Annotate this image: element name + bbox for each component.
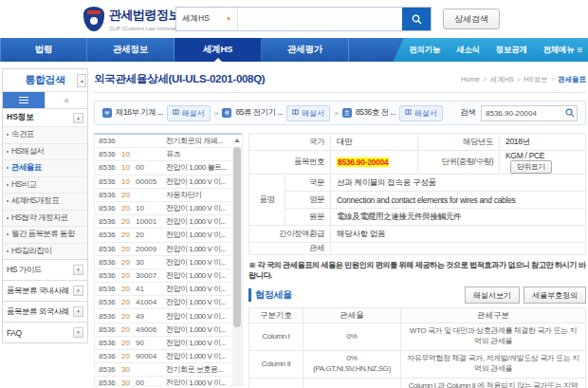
nav-item-법령[interactable]: 법령: [0, 38, 87, 62]
sidebar-item-HS길라잡이[interactable]: HS길라잡이: [3, 243, 87, 260]
hs-code-sub: 20: [121, 258, 136, 267]
nav-secondary: 편의기능새소식정보공개전체메뉴≡: [409, 38, 582, 62]
hs-code-row[interactable]: 85361000005전압이 1,000 V 이...: [95, 176, 231, 189]
search-icon: [412, 14, 422, 25]
manual-button[interactable]: 해설서: [167, 105, 211, 121]
sidebar-tab-list[interactable]: [3, 92, 46, 108]
sidebar-item-HS비교[interactable]: HS비교: [3, 176, 87, 194]
hs-code-stat: 20009: [136, 245, 166, 253]
advanced-search-button[interactable]: 상세검색: [443, 9, 500, 29]
hs-code-row[interactable]: 85362010001전압이 1,000 V 이...: [95, 215, 231, 229]
scrollbar[interactable]: [232, 135, 242, 385]
unit-label: 단위(중량/수량): [418, 151, 500, 175]
sidebar-item-월간 품목분류 동향[interactable]: 월간 품목분류 동향: [3, 226, 87, 243]
hs-code-row[interactable]: 85362030007전압이 1,000 V 이...: [95, 269, 231, 283]
search-label: 검색: [460, 107, 476, 119]
expand-section-button[interactable]: ▼: [73, 286, 83, 296]
hs-code-heading: 8536: [99, 365, 121, 374]
hs-code-sub: 20: [121, 231, 136, 239]
hs-code-row[interactable]: 853610퓨즈: [95, 148, 231, 161]
hs-code-row[interactable]: 8536전기회로의 개폐...: [95, 135, 231, 148]
hs-code-row[interactable]: 85362090004전압이 1,000 V 이...: [95, 350, 231, 363]
sidebar-collapse-button[interactable]: ◀: [77, 74, 86, 87]
country-value: 대만: [331, 134, 418, 151]
expand-section-button[interactable]: ▼: [73, 327, 83, 338]
nav-item-새소식[interactable]: 새소식: [456, 45, 480, 56]
hs-code-row[interactable]: 85362030전압이 1,000 V 이...: [95, 256, 231, 269]
year-label: 해당년도: [418, 134, 500, 151]
scroll-up-button[interactable]: [232, 135, 242, 146]
rate-code-definition-button[interactable]: 세율부호정의: [524, 286, 586, 304]
english-name-value: Connection and contact elements for wire…: [331, 192, 586, 209]
nav-item-정보공개[interactable]: 정보공개: [496, 45, 527, 56]
item-number-value: 8536.90-20004: [337, 157, 389, 167]
sidebar-item-HS협약 개정자료[interactable]: HS협약 개정자료: [3, 210, 87, 227]
sidebar-item-관세율표[interactable]: 관세율표: [3, 159, 87, 176]
all-menu-button[interactable]: 전체메뉴≡: [543, 45, 582, 56]
breadcrumb-item-세계HS[interactable]: 세계HS: [489, 75, 513, 84]
hs-code-heading: 8536: [99, 177, 121, 186]
hs-code-row[interactable]: 85362090전압이 1,000 V 이...: [95, 337, 231, 350]
hierarchy-path: 부제16부 기계 ...해설서>류85류 전기기 ...해설서>호8536호 전…: [102, 105, 443, 121]
original-name-value: 電線及電纜用之連接元件與接觸元件: [331, 209, 586, 226]
unit-notation-button[interactable]: 단위표기: [510, 160, 552, 174]
collapse-section-button[interactable]: ▲: [73, 113, 83, 123]
agreement-table-head: 구분기호관세율관세구분: [249, 308, 586, 323]
sidebar-item-세계HS개정표[interactable]: 세계HS개정표: [3, 193, 87, 210]
nav-item-세계HS[interactable]: 세계HS: [175, 38, 262, 62]
sidebar-section-label: FAQ: [7, 328, 22, 338]
global-search-button[interactable]: [402, 8, 431, 30]
hs-code-row[interactable]: 853630전기회로 보호용...: [95, 363, 231, 377]
expand-section-button[interactable]: ▼: [73, 265, 83, 275]
breadcrumb-item-Home[interactable]: Home: [461, 75, 480, 83]
manual-button-label: 해설서: [414, 108, 437, 119]
hs-search-input[interactable]: [481, 105, 578, 121]
sidebar-section-HS 가이드[interactable]: HS 가이드▼: [3, 259, 87, 280]
nav-item-편의기능[interactable]: 편의기능: [409, 45, 440, 56]
sidebar-item-HS해설서[interactable]: HS해설서: [3, 143, 87, 160]
hs-code-heading: 8536: [99, 339, 121, 347]
sidebar-item-label: HS해설서: [11, 146, 44, 157]
header: 관세법령정보포털 CLIP (Customs Law Information P…: [0, 0, 588, 38]
hs-code-row[interactable]: 85362020009전압이 1,000 V 이...: [95, 243, 231, 256]
breadcrumb-item-HS정보[interactable]: HS정보: [524, 75, 547, 84]
hs-code-sub: 20: [121, 285, 136, 293]
hierarchy-label: 제16부 기계 ...: [116, 107, 163, 119]
sidebar-tab-favorites[interactable]: ★: [46, 92, 87, 108]
nav-item-관세평가[interactable]: 관세평가: [262, 38, 349, 62]
level-badge: 부: [102, 108, 112, 118]
hs-code-row[interactable]: 85362041전압이 1,000 V 이...: [95, 283, 231, 296]
agreement-cell: WTO 국가 및 대만과 상호관계를 체결한 국가 또는 지역의 관세율: [401, 323, 586, 351]
sidebar-item-속견표[interactable]: 속견표: [3, 126, 87, 143]
manual-button[interactable]: 해설서: [286, 105, 330, 121]
hierarchy-separator: >: [214, 109, 219, 118]
hs-code-row[interactable]: 85363000전압이 1,000 V 이...: [95, 377, 231, 386]
hs-code-row[interactable]: 85361000전압이 1,000 볼트...: [95, 161, 231, 175]
hs-code-list: 8536전기회로의 개폐...853610퓨즈85361000전압이 1,000…: [94, 133, 243, 386]
view-manual-button[interactable]: 해설서보기: [465, 286, 520, 304]
hs-code-row[interactable]: 85362020전압이 1,000 V 이...: [95, 229, 231, 242]
manual-button[interactable]: 해설서: [399, 105, 443, 121]
sidebar-section-품목분류 외국사례[interactable]: 품목분류 외국사례▼: [3, 301, 87, 322]
sidebar-section-FAQ[interactable]: FAQ▼: [3, 322, 87, 342]
hs-code-row[interactable]: 853620자동차단기: [95, 189, 231, 202]
sidebar-section-hs-info[interactable]: HS정보 ▲: [3, 109, 87, 126]
sidebar-section-품목분류 국내사례[interactable]: 품목분류 국내사례▼: [3, 280, 87, 301]
hs-code-row[interactable]: 85362010전압이 1,000 V 이...: [95, 202, 231, 215]
hs-code-row[interactable]: 85362041004전압이 1,000 V 이...: [95, 296, 231, 309]
hs-description: 전압이 1,000 V 이...: [166, 203, 230, 213]
scrollbar-thumb[interactable]: [233, 147, 241, 327]
hs-code-heading: 8536: [99, 245, 121, 253]
search-scope-select[interactable]: 세계HS ▼: [176, 8, 237, 30]
hs-code-sub: 20: [121, 339, 136, 347]
item-number-cell: 8536.90-20004: [331, 151, 418, 175]
search-icon[interactable]: [565, 108, 575, 118]
hs-code-row[interactable]: 85362049전압이 1,000 V 이...: [95, 309, 231, 323]
expand-section-button[interactable]: ▼: [73, 306, 83, 317]
hs-code-sub: 20: [121, 352, 136, 360]
nav-item-관세정보[interactable]: 관세정보: [87, 38, 175, 62]
manual-icon: [405, 109, 412, 118]
unit-value: KGM / PCE: [505, 151, 544, 160]
hs-code-row[interactable]: 85362049006전압이 1,000 V 이...: [95, 323, 231, 337]
global-search-input[interactable]: [237, 8, 402, 30]
